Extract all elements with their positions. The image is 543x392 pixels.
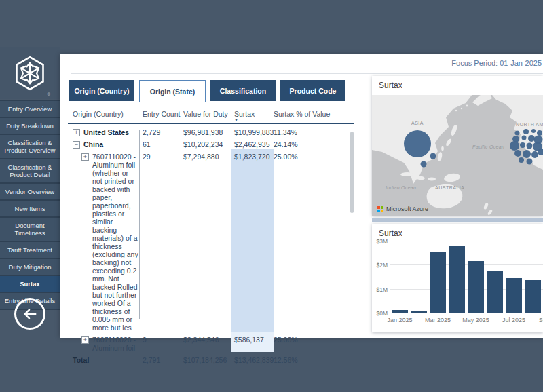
- tab-origin-country[interactable]: Origin (Country): [69, 80, 134, 101]
- tab-origin-state[interactable]: Origin (State): [139, 80, 206, 102]
- surtax-bubble[interactable]: [522, 136, 527, 140]
- value-for-duty-cell: $96,981,938: [183, 124, 231, 136]
- collapse-icon[interactable]: −: [73, 141, 80, 149]
- entry-count-cell: 61: [139, 136, 183, 149]
- origin-cell: +7607110020 - Aluminum foil: [68, 332, 139, 352]
- column-header-surtax-of-value[interactable]: Surtax % of Value: [274, 110, 354, 118]
- table-row-7607110020-aluminum-foil[interactable]: +7607110020 - Aluminum foil9$2,344,546$5…: [68, 332, 354, 352]
- bar-jul-2025[interactable]: [506, 278, 522, 313]
- table-row-total[interactable]: Total2,791$107,184,256$13,462,83912.56%: [68, 352, 354, 364]
- sidebar-item-duty-mitigation[interactable]: Duty Mitigation: [0, 259, 60, 275]
- sidebar-item-tariff-treatment[interactable]: Tariff Treatment: [0, 242, 60, 258]
- surtax-bubble[interactable]: [527, 143, 533, 149]
- map-label-pacific-ocean: Pacific Ocean: [472, 144, 504, 149]
- sidebar-item-classification-product-overview[interactable]: Classification & Product Overview: [0, 135, 60, 158]
- entry-count-cell: 2,729: [139, 124, 183, 136]
- sidebar-item-document-timeliness[interactable]: Document Timeliness: [0, 218, 60, 241]
- surtax-map-card: Surtax ASIANORTH AME: [372, 76, 543, 216]
- surtax-bubble[interactable]: [514, 150, 521, 157]
- surtax-bubble[interactable]: [523, 129, 529, 134]
- bar-feb-2025[interactable]: [411, 311, 427, 313]
- expand-icon[interactable]: +: [81, 336, 89, 344]
- bar-mar-2025[interactable]: [430, 252, 446, 313]
- y-tick-3m: $3M: [372, 238, 388, 245]
- surtax-bubble[interactable]: [528, 135, 535, 142]
- map-label-indian-ocean: Indian Ocean: [386, 185, 416, 190]
- left-arrow-icon: [22, 307, 37, 321]
- map-canvas: [372, 95, 543, 216]
- bar-aug-2025[interactable]: [525, 280, 541, 313]
- table-row-united-states[interactable]: +United States2,729$96,981,938$10,999,88…: [68, 124, 354, 136]
- surtax-bubble[interactable]: [527, 159, 533, 165]
- surtax-bubble[interactable]: [515, 131, 520, 136]
- y-tick-1m: $1M: [372, 286, 388, 293]
- sidebar-item-new-items[interactable]: New Items: [0, 201, 60, 216]
- sort-descending-icon: ▼: [234, 118, 238, 122]
- table-header-row: Origin (Country)Entry CountValue for Dut…: [68, 107, 354, 124]
- column-header-origin-country[interactable]: Origin (Country): [68, 110, 139, 118]
- surtax-bubble[interactable]: [523, 150, 531, 158]
- column-header-entry-count[interactable]: Entry Count: [139, 110, 183, 118]
- table-body: +United States2,729$96,981,938$10,999,88…: [68, 124, 354, 364]
- sidebar-item-surtax[interactable]: Surtax: [0, 276, 60, 292]
- surtax-bubble[interactable]: [519, 157, 524, 163]
- world-map[interactable]: ASIANORTH AMERICAPacific OceanIndian Oce…: [372, 95, 543, 216]
- map-card-bottom-strip: [372, 218, 543, 222]
- tab-product-code[interactable]: Product Code: [280, 80, 345, 101]
- microsoft-logo-icon: [377, 206, 383, 212]
- surtax-bubble[interactable]: [430, 153, 436, 159]
- column-header-surtax[interactable]: Surtax▼: [231, 110, 274, 118]
- column-header-label: Origin (Country): [73, 110, 124, 118]
- tab-classification[interactable]: Classification: [210, 80, 276, 101]
- origin-cell: +7607110020 - Aluminum foil (whether or …: [68, 149, 139, 332]
- origin-label: 7607110020 - Aluminum foil: [92, 336, 139, 352]
- value-for-duty-cell: $10,202,234: [183, 136, 231, 149]
- origin-cell: +United States: [68, 124, 139, 136]
- surtax-bubble[interactable]: [510, 141, 519, 151]
- sidebar-item-duty-breakdown[interactable]: Duty Breakdown: [0, 118, 60, 134]
- bar-jun-2025[interactable]: [487, 271, 503, 313]
- surtax-pct-cell: 25.00%: [274, 149, 354, 332]
- x-tick-sep-2025: Sep 2025: [539, 317, 543, 324]
- surtax-bubble[interactable]: [421, 161, 427, 168]
- surtax-bubble[interactable]: [520, 142, 525, 148]
- registered-trademark-mark: ®: [48, 92, 50, 96]
- entry-count-cell: 2,791: [139, 352, 183, 364]
- expand-icon[interactable]: +: [73, 129, 80, 136]
- surtax-bubble[interactable]: [531, 151, 538, 158]
- surtax-bubble[interactable]: [537, 130, 542, 136]
- x-tick-mar-2025: Mar 2025: [425, 317, 451, 324]
- sidebar-item-entry-overview[interactable]: Entry Overview: [0, 101, 60, 117]
- back-button[interactable]: [14, 298, 45, 330]
- y-tick-2m: $2M: [372, 262, 388, 269]
- sidebar-item-classification-product-detail[interactable]: Classification & Product Detail: [0, 159, 60, 182]
- bar-jan-2025[interactable]: [392, 310, 408, 313]
- value-for-duty-cell: $107,184,256: [183, 352, 231, 364]
- entry-count-cell: 9: [139, 332, 183, 352]
- origin-label: 7607110020 - Aluminum foil (whether or n…: [92, 153, 139, 332]
- origin-label: United States: [83, 128, 129, 136]
- header-divider: [71, 73, 543, 74]
- origin-cell: Total: [68, 352, 139, 364]
- tab-bar: Origin (Country)Origin (State)Classifica…: [69, 80, 350, 102]
- table-scrollbar[interactable]: [350, 132, 354, 213]
- column-header-label: Surtax % of Value: [274, 110, 330, 118]
- value-for-duty-cell: $2,344,546: [183, 332, 231, 352]
- column-header-label: Entry Count: [143, 110, 180, 118]
- focus-period-label: Focus Period: 01-Jan-2025: [451, 59, 542, 67]
- bar-apr-2025[interactable]: [449, 246, 465, 313]
- column-header-value-for-duty[interactable]: Value for Duty: [183, 110, 231, 118]
- table-row-china[interactable]: −China61$10,202,234$2,462,93524.14%: [68, 136, 354, 149]
- expand-icon[interactable]: +: [81, 153, 89, 161]
- bar-chart-title: Surtax: [379, 229, 402, 238]
- surtax-cell: $13,462,839: [231, 352, 274, 364]
- surtax-bubble[interactable]: [531, 129, 536, 133]
- bar-may-2025[interactable]: [468, 261, 484, 313]
- y-tick-0m: $0M: [372, 310, 388, 317]
- sidebar-item-vendor-overview[interactable]: Vendor Overview: [0, 184, 60, 199]
- map-label-australia: AUSTRALIA: [435, 185, 464, 190]
- surtax-bubble[interactable]: [404, 130, 431, 157]
- table-row-7607110020-aluminum-foil-wheth[interactable]: +7607110020 - Aluminum foil (whether or …: [68, 149, 354, 332]
- surtax-cell: $2,462,935: [231, 136, 274, 149]
- map-label-asia: ASIA: [411, 121, 424, 125]
